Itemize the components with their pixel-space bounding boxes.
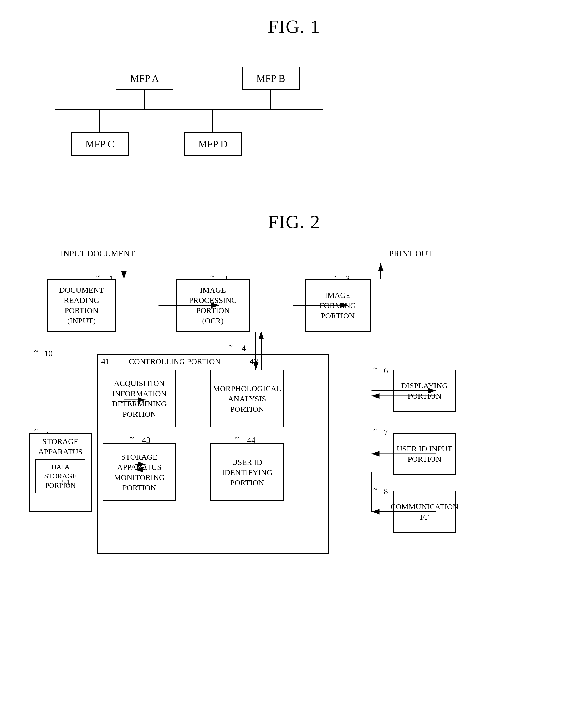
ref-44-tilde: ~: [235, 434, 239, 442]
mfp-d-box: MFP D: [184, 132, 242, 156]
morphological-label: MORPHOLOGICAL ANALYSIS PORTION: [213, 383, 281, 414]
ref-4-tilde: ~: [229, 342, 233, 350]
ref-51: 51: [62, 477, 70, 487]
image-processing-label: IMAGE PROCESSING PORTION (OCR): [189, 285, 237, 326]
user-id-identifying-box: USER ID IDENTIFYING PORTION: [210, 443, 284, 501]
storage-apparatus-label: STORAGE APPARATUS: [38, 436, 83, 457]
ref-10: 10: [44, 349, 52, 358]
data-storage-inner: DATA STORAGE PORTION: [36, 459, 85, 494]
mfp-c-box: MFP C: [71, 132, 129, 156]
mfp-a-box: MFP A: [115, 66, 173, 90]
ref-6: 6: [384, 366, 388, 375]
communication-label: COMMUNICATION I/F: [391, 501, 458, 522]
ref-8-tilde: ~: [373, 485, 377, 493]
doc-reading-label: DOCUMENT READING PORTION (INPUT): [59, 285, 104, 326]
ref-42: 42: [250, 356, 258, 366]
communication-box: COMMUNICATION I/F: [393, 491, 456, 533]
figure-2-title: FIG. 2: [21, 211, 567, 233]
storage-apparatus-outer: STORAGE APPARATUS DATA STORAGE PORTION: [29, 433, 92, 512]
displaying-box: DISPLAYING PORTION: [393, 370, 456, 412]
image-processing-box: IMAGE PROCESSING PORTION (OCR): [176, 279, 250, 332]
storage-monitoring-label: STORAGE APPARATUS MONITORING PORTION: [114, 452, 165, 493]
ref-10-tilde: ~: [34, 347, 38, 355]
user-id-identifying-label: USER ID IDENTIFYING PORTION: [222, 457, 272, 488]
figure-1-title: FIG. 1: [21, 16, 567, 38]
image-forming-box: IMAGE FORMING PORTION: [305, 279, 371, 332]
mfp-b-box: MFP B: [242, 66, 300, 90]
ref-7: 7: [384, 428, 388, 437]
acquisition-box: ACQUISITION INFORMATION DETERMINING PORT…: [103, 370, 176, 428]
mfp-d-label: MFP D: [198, 138, 228, 150]
user-id-input-label: USER ID INPUT PORTION: [397, 443, 453, 464]
controlling-label: CONTROLLING PORTION: [129, 357, 220, 366]
input-document-label: INPUT DOCUMENT: [60, 249, 135, 259]
ref-41: 41: [101, 356, 110, 366]
ref-4: 4: [242, 343, 246, 353]
mfp-c-label: MFP C: [85, 138, 114, 150]
ref-8: 8: [384, 487, 388, 496]
figure-2-container: INPUT DOCUMENT PRINT OUT 1 ~ 2 ~ 3 ~ DOC…: [21, 249, 567, 591]
morphological-box: MORPHOLOGICAL ANALYSIS PORTION: [210, 370, 284, 428]
figure-1-container: MFP A MFP B MFP C MFP D: [21, 54, 567, 180]
mfp-a-label: MFP A: [130, 73, 159, 84]
ref-6-tilde: ~: [373, 364, 377, 372]
data-storage-label: DATA STORAGE PORTION: [44, 462, 77, 490]
image-forming-label: IMAGE FORMING PORTION: [320, 290, 356, 321]
user-id-input-box: USER ID INPUT PORTION: [393, 433, 456, 475]
print-out-label: PRINT OUT: [389, 249, 433, 259]
doc-reading-box: DOCUMENT READING PORTION (INPUT): [47, 279, 115, 332]
acquisition-label: ACQUISITION INFORMATION DETERMINING PORT…: [112, 378, 167, 419]
displaying-label: DISPLAYING PORTION: [401, 380, 448, 401]
storage-monitoring-box: STORAGE APPARATUS MONITORING PORTION: [103, 443, 176, 501]
ref-7-tilde: ~: [373, 426, 377, 434]
ref-43-tilde: ~: [130, 434, 134, 442]
mfp-b-label: MFP B: [256, 73, 285, 84]
